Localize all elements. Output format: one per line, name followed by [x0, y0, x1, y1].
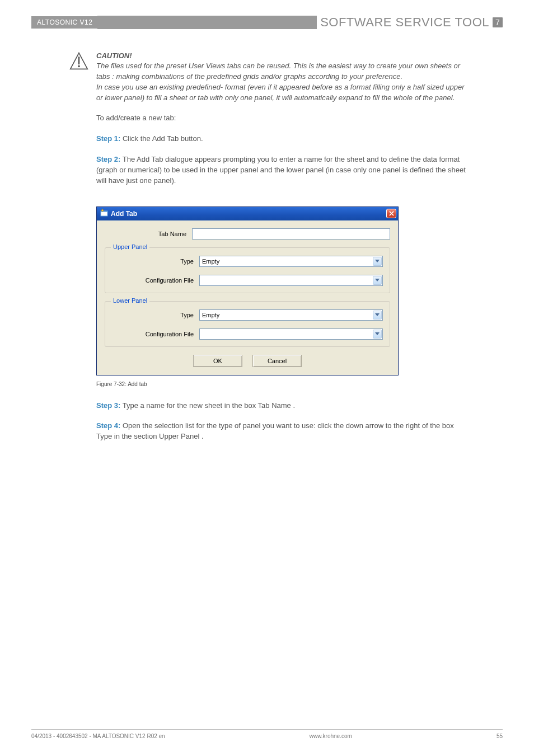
- step1-text: Click the Add Tab button.: [120, 134, 203, 143]
- lower-type-value: Empty: [202, 312, 219, 318]
- dialog-button-row: OK Cancel: [105, 355, 390, 367]
- step3: Step 3: Type a name for the new sheet in…: [96, 401, 471, 411]
- upper-config-select[interactable]: [199, 275, 383, 286]
- upper-type-select[interactable]: Empty: [199, 256, 383, 267]
- footer-right: 55: [496, 733, 503, 739]
- step1: Step 1: Click the Add Tab button.: [96, 134, 471, 144]
- step4-text: Open the selection list for the type of …: [96, 421, 454, 440]
- upper-panel-legend: Upper Panel: [111, 243, 149, 250]
- svg-marker-10: [375, 313, 380, 316]
- close-icon: [389, 211, 394, 216]
- upper-type-label: Type: [112, 258, 199, 265]
- svg-marker-9: [375, 279, 380, 281]
- lower-config-select[interactable]: [199, 328, 383, 340]
- caution-icon: [69, 51, 88, 73]
- svg-point-2: [78, 65, 80, 67]
- upper-type-value: Empty: [202, 258, 219, 265]
- header-fill: [97, 16, 317, 29]
- lower-type-label: Type: [112, 312, 199, 318]
- lower-type-select[interactable]: Empty: [199, 309, 383, 321]
- lower-panel-legend: Lower Panel: [111, 297, 149, 304]
- product-label: ALTOSONIC V12: [31, 16, 98, 29]
- svg-point-5: [101, 209, 103, 211]
- chevron-down-icon: [373, 311, 382, 320]
- lower-panel-fieldset: Lower Panel Type Empty Configuration Fil…: [105, 301, 390, 347]
- step2: Step 2: The Add Tab dialogue appears pro…: [96, 154, 471, 186]
- footer-center: www.krohne.com: [310, 733, 352, 739]
- tab-name-input[interactable]: [192, 228, 390, 240]
- close-button[interactable]: [386, 209, 396, 218]
- cancel-button[interactable]: Cancel: [252, 355, 302, 367]
- caution-block: CAUTION! The files used for the preset U…: [96, 51, 471, 103]
- upper-panel-fieldset: Upper Panel Type Empty Configuration Fil…: [105, 247, 390, 293]
- svg-marker-11: [375, 332, 380, 335]
- step4-label: Step 4:: [96, 421, 120, 430]
- intro-line: To add/create a new tab:: [96, 113, 471, 124]
- caution-title: CAUTION!: [96, 51, 471, 60]
- chevron-down-icon: [373, 330, 382, 339]
- tab-name-label: Tab Name: [105, 231, 192, 237]
- step2-label: Step 2:: [96, 155, 120, 163]
- upper-config-label: Configuration File: [112, 277, 199, 284]
- page-footer: 04/2013 - 4002643502 - MA ALTOSONIC V12 …: [31, 729, 503, 739]
- lower-config-label: Configuration File: [112, 331, 199, 337]
- caution-para2: In case you use an existing predefined- …: [96, 82, 471, 104]
- page-header: ALTOSONIC V12 SOFTWARE SERVICE TOOL 7: [31, 16, 503, 29]
- step1-label: Step 1:: [96, 134, 120, 143]
- chevron-down-icon: [373, 276, 382, 285]
- step3-label: Step 3:: [96, 401, 120, 410]
- page-title: SOFTWARE SERVICE TOOL: [320, 15, 489, 30]
- chevron-down-icon: [373, 257, 382, 266]
- dialog-app-icon: [100, 209, 108, 218]
- chapter-badge: 7: [493, 17, 503, 27]
- footer-left: 04/2013 - 4002643502 - MA ALTOSONIC V12 …: [31, 733, 165, 739]
- step3-text: Type a name for the new sheet in the box…: [120, 401, 295, 410]
- step2-text: The Add Tab dialogue appears prompting y…: [96, 155, 466, 185]
- add-tab-dialog: Add Tab Tab Name Upper Panel Type: [96, 206, 399, 375]
- step4: Step 4: Open the selection list for the …: [96, 421, 471, 442]
- svg-marker-8: [375, 260, 380, 262]
- dialog-title: Add Tab: [111, 210, 137, 218]
- figure-caption: Figure 7-32: Add tab: [96, 381, 471, 387]
- figure-add-tab: Add Tab Tab Name Upper Panel Type: [96, 206, 471, 375]
- caution-para1: The files used for the preset User Views…: [96, 61, 471, 82]
- dialog-titlebar: Add Tab: [97, 207, 398, 220]
- ok-button[interactable]: OK: [193, 355, 242, 367]
- tab-name-row: Tab Name: [105, 228, 390, 240]
